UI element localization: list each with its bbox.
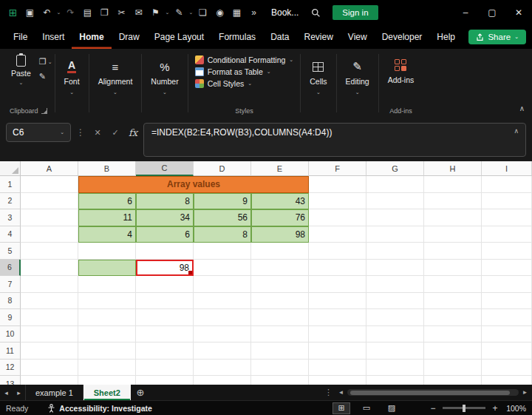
cell-H11[interactable] xyxy=(424,343,482,360)
maximize-button[interactable]: ▢ xyxy=(479,0,505,25)
column-header-H[interactable]: H xyxy=(424,161,482,176)
cell-F2[interactable] xyxy=(309,193,366,210)
row-header-3[interactable]: 3 xyxy=(0,209,21,226)
cell-F7[interactable] xyxy=(309,276,366,293)
cells-group[interactable]: Cells ⌄ xyxy=(303,53,333,118)
cell-H4[interactable] xyxy=(424,226,482,243)
cell-I6[interactable] xyxy=(482,260,532,277)
row-header-9[interactable]: 9 xyxy=(0,309,21,326)
format-as-table-dropdown-icon[interactable]: ⌄ xyxy=(267,69,271,75)
cell-A10[interactable] xyxy=(21,326,78,343)
cell-D11[interactable] xyxy=(194,343,251,360)
tab-review[interactable]: Review xyxy=(296,25,340,49)
column-header-G[interactable]: G xyxy=(366,161,424,176)
column-header-B[interactable]: B xyxy=(78,161,136,176)
cell-E10[interactable] xyxy=(251,326,309,343)
column-header-C[interactable]: C xyxy=(136,161,194,176)
tab-formulas[interactable]: Formulas xyxy=(211,25,263,49)
copy-button[interactable]: ❐⌄ xyxy=(39,57,52,67)
cell-styles-button[interactable]: Cell Styles ⌄ xyxy=(195,79,252,88)
cell-E7[interactable] xyxy=(251,276,309,293)
sheet-tab-sheet2[interactable]: Sheet2 xyxy=(83,385,131,400)
cell-C9[interactable] xyxy=(136,309,194,326)
cell-E5[interactable] xyxy=(251,243,309,260)
clipboard-dialog-launcher-icon[interactable] xyxy=(41,108,47,114)
number-group[interactable]: % Number ⌄ xyxy=(144,53,185,118)
scroll-right-icon[interactable]: ► xyxy=(521,389,529,396)
tab-draw[interactable]: Draw xyxy=(112,25,147,49)
row-header-11[interactable]: 11 xyxy=(0,343,21,360)
cell-D2[interactable]: 9 xyxy=(194,193,251,210)
cell-H3[interactable] xyxy=(424,209,482,226)
cell-I4[interactable] xyxy=(482,226,532,243)
normal-view-button[interactable]: ⊞ xyxy=(332,402,350,414)
cell-E11[interactable] xyxy=(251,343,309,360)
zoom-slider[interactable] xyxy=(443,407,485,409)
zoom-slider-thumb[interactable] xyxy=(463,405,466,412)
cell-H1[interactable] xyxy=(424,176,482,193)
cell-G3[interactable] xyxy=(366,209,424,226)
cell-B11[interactable] xyxy=(78,343,136,360)
cell-I10[interactable] xyxy=(482,326,532,343)
cell-H7[interactable] xyxy=(424,276,482,293)
sheet-nav-right-icon[interactable]: ▸ xyxy=(13,385,25,400)
cell-F4[interactable] xyxy=(309,226,366,243)
row-header-7[interactable]: 7 xyxy=(0,276,21,293)
scroll-left-icon[interactable]: ◄ xyxy=(337,389,345,396)
cell-F6[interactable] xyxy=(309,260,366,277)
cell-D4[interactable]: 8 xyxy=(194,226,251,243)
cell-E2[interactable]: 43 xyxy=(251,193,309,210)
cell-I5[interactable] xyxy=(482,243,532,260)
cell-D8[interactable] xyxy=(194,293,251,310)
cell-C3[interactable]: 34 xyxy=(136,209,194,226)
cell-A3[interactable] xyxy=(21,209,78,226)
cell-H8[interactable] xyxy=(424,293,482,310)
document-icon[interactable]: ❏ xyxy=(194,4,211,21)
save-icon[interactable]: ▣ xyxy=(21,4,38,21)
cell-B10[interactable] xyxy=(78,326,136,343)
cancel-entry-button[interactable]: ✕ xyxy=(90,123,105,142)
paste-button[interactable]: Paste ⌄ xyxy=(4,53,38,86)
cell-G7[interactable] xyxy=(366,276,424,293)
column-header-E[interactable]: E xyxy=(251,161,309,176)
cell-G5[interactable] xyxy=(366,243,424,260)
minimize-button[interactable]: – xyxy=(452,0,479,25)
cell-C10[interactable] xyxy=(136,326,194,343)
zoom-out-button[interactable]: − xyxy=(429,403,437,414)
tab-developer[interactable]: Developer xyxy=(375,25,430,49)
editing-dropdown-icon[interactable]: ⌄ xyxy=(355,90,360,95)
collapse-ribbon-icon[interactable]: ∧ xyxy=(519,104,525,112)
addins-button[interactable]: Add-ins xyxy=(381,53,421,84)
cell-H9[interactable] xyxy=(424,309,482,326)
cell-I11[interactable] xyxy=(482,343,532,360)
alignment-group[interactable]: ≡ Alignment ⌄ xyxy=(92,53,140,118)
cell-E3[interactable]: 76 xyxy=(251,209,309,226)
cell-C13[interactable] xyxy=(136,376,194,385)
cell-C6[interactable]: 98 xyxy=(136,260,194,277)
cell-D3[interactable]: 56 xyxy=(194,209,251,226)
cell-C8[interactable] xyxy=(136,293,194,310)
cell-B4[interactable]: 4 xyxy=(78,226,136,243)
cell-G6[interactable] xyxy=(366,260,424,277)
cell-I13[interactable] xyxy=(482,376,532,385)
column-header-A[interactable]: A xyxy=(21,161,78,176)
sign-in-button[interactable]: Sign in xyxy=(332,5,378,20)
format-as-table-button[interactable]: Format as Table ⌄ xyxy=(195,67,271,76)
tab-help[interactable]: Help xyxy=(429,25,463,49)
cell-A5[interactable] xyxy=(21,243,78,260)
cell-C4[interactable]: 6 xyxy=(136,226,194,243)
row-header-1[interactable]: 1 xyxy=(0,176,21,193)
column-header-F[interactable]: F xyxy=(309,161,366,176)
cell-I7[interactable] xyxy=(482,276,532,293)
new-sheet-button[interactable]: ⊕ xyxy=(131,385,150,400)
accessibility-status[interactable]: Accessibility: Investigate xyxy=(47,404,151,413)
font-dropdown-icon[interactable]: ⌄ xyxy=(69,90,74,95)
cell-D12[interactable] xyxy=(194,360,251,377)
cell-A12[interactable] xyxy=(21,360,78,377)
cell-E6[interactable] xyxy=(251,260,309,277)
cell-H13[interactable] xyxy=(424,376,482,385)
copy-icon[interactable]: ❐ xyxy=(96,4,113,21)
enter-entry-button[interactable]: ✓ xyxy=(108,123,123,142)
cell-A8[interactable] xyxy=(21,293,78,310)
paste-icon[interactable]: ▤ xyxy=(79,4,96,21)
